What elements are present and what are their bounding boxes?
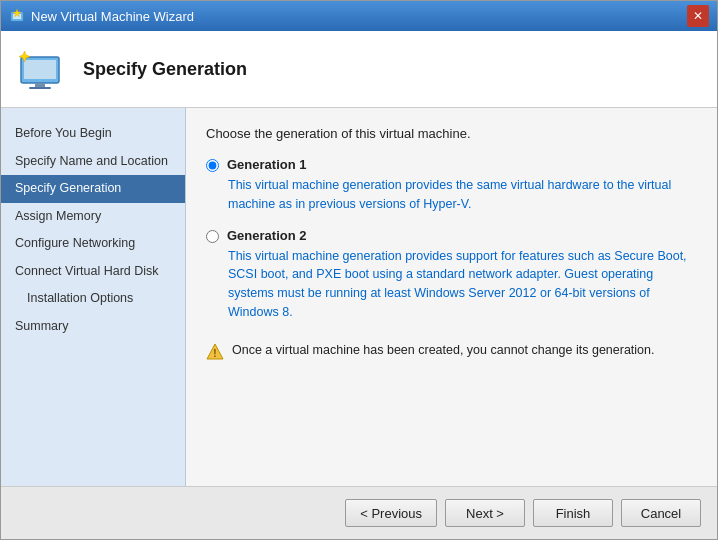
warning-icon: ! bbox=[206, 343, 224, 361]
generation2-radio-row: Generation 2 bbox=[206, 228, 697, 243]
generation1-radio-row: Generation 1 bbox=[206, 157, 697, 172]
window: New Virtual Machine Wizard ✕ Specify Gen… bbox=[0, 0, 718, 540]
footer: < Previous Next > Finish Cancel bbox=[1, 486, 717, 539]
next-button[interactable]: Next > bbox=[445, 499, 525, 527]
generation2-radio[interactable] bbox=[206, 230, 219, 243]
window-title: New Virtual Machine Wizard bbox=[31, 9, 194, 24]
generation2-group: Generation 2 This virtual machine genera… bbox=[206, 228, 697, 322]
close-button[interactable]: ✕ bbox=[687, 5, 709, 27]
sidebar-item-before-you-begin[interactable]: Before You Begin bbox=[1, 120, 185, 148]
svg-rect-4 bbox=[24, 60, 56, 79]
sidebar-item-specify-name-and-location[interactable]: Specify Name and Location bbox=[1, 148, 185, 176]
generation1-label[interactable]: Generation 1 bbox=[227, 157, 306, 172]
cancel-button[interactable]: Cancel bbox=[621, 499, 701, 527]
warning-text: Once a virtual machine has been created,… bbox=[232, 342, 655, 360]
app-icon bbox=[9, 8, 25, 24]
previous-button[interactable]: < Previous bbox=[345, 499, 437, 527]
sidebar-item-assign-memory[interactable]: Assign Memory bbox=[1, 203, 185, 231]
header-section: Specify Generation bbox=[1, 31, 717, 108]
generation2-label[interactable]: Generation 2 bbox=[227, 228, 306, 243]
finish-button[interactable]: Finish bbox=[533, 499, 613, 527]
content-intro: Choose the generation of this virtual ma… bbox=[206, 126, 697, 141]
svg-rect-6 bbox=[29, 87, 51, 89]
generation1-group: Generation 1 This virtual machine genera… bbox=[206, 157, 697, 214]
sidebar-item-configure-networking[interactable]: Configure Networking bbox=[1, 230, 185, 258]
generation1-description: This virtual machine generation provides… bbox=[228, 176, 697, 214]
sidebar-item-connect-virtual-hard-disk[interactable]: Connect Virtual Hard Disk bbox=[1, 258, 185, 286]
generation2-description: This virtual machine generation provides… bbox=[228, 247, 697, 322]
sidebar-item-specify-generation[interactable]: Specify Generation bbox=[1, 175, 185, 203]
header-icon bbox=[17, 43, 69, 95]
sidebar-item-summary[interactable]: Summary bbox=[1, 313, 185, 341]
sidebar: Before You Begin Specify Name and Locati… bbox=[1, 108, 186, 486]
main-area: Before You Begin Specify Name and Locati… bbox=[1, 108, 717, 486]
content-area: Choose the generation of this virtual ma… bbox=[186, 108, 717, 486]
header-title: Specify Generation bbox=[83, 59, 247, 80]
generation1-radio[interactable] bbox=[206, 159, 219, 172]
title-bar: New Virtual Machine Wizard ✕ bbox=[1, 1, 717, 31]
sidebar-item-installation-options[interactable]: Installation Options bbox=[1, 285, 185, 313]
title-bar-left: New Virtual Machine Wizard bbox=[9, 8, 194, 24]
warning-box: ! Once a virtual machine has been create… bbox=[206, 336, 697, 367]
svg-rect-5 bbox=[35, 83, 45, 87]
svg-text:!: ! bbox=[213, 348, 216, 359]
